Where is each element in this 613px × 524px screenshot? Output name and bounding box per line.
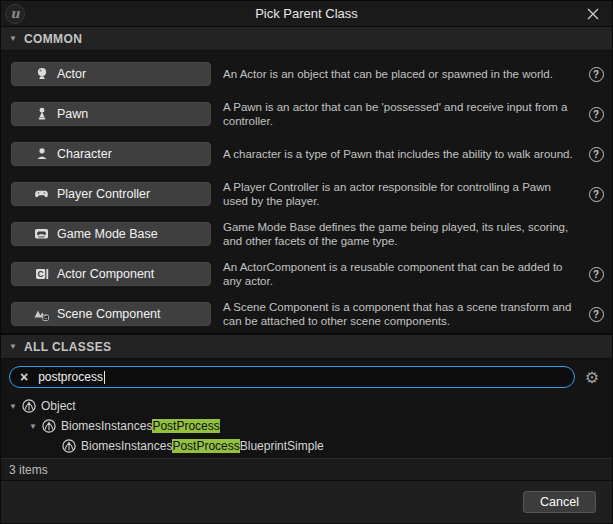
footer: Cancel	[1, 480, 612, 523]
class-button-label: Character	[57, 147, 112, 161]
tree-row[interactable]: BiomesInstancesPostProcessBlueprintSimpl…	[1, 436, 612, 456]
game-mode-base-button[interactable]: Game Mode Base	[11, 222, 211, 246]
class-description: A Scene Component is a component that ha…	[223, 300, 574, 328]
tree-item-label: Object	[41, 399, 76, 413]
class-button-label: Pawn	[57, 107, 88, 121]
class-icon	[41, 418, 57, 434]
chevron-down-icon: ▼	[9, 342, 17, 351]
character-icon	[33, 146, 50, 163]
search-value: postprocess	[38, 370, 103, 384]
scene-component-button[interactable]: CScene Component	[11, 302, 211, 326]
search-match-highlight: PostProcess	[152, 419, 219, 433]
chevron-down-icon: ▼	[9, 34, 17, 43]
common-class-row: CharacterA character is a type of Pawn t…	[1, 134, 612, 174]
pawn-button[interactable]: Pawn	[11, 102, 211, 126]
player-controller-icon	[33, 186, 50, 203]
help-cell: ?	[580, 147, 612, 162]
class-description: Game Mode Base defines the game being pl…	[223, 220, 574, 248]
help-cell: ?	[580, 307, 612, 322]
character-button[interactable]: Character	[11, 142, 211, 166]
scene-component-icon: C	[33, 306, 50, 323]
help-icon[interactable]: ?	[589, 187, 604, 202]
common-class-row: CScene ComponentA Scene Component is a c…	[1, 294, 612, 334]
class-button-label: Actor	[57, 67, 86, 81]
common-section-title: COMMON	[24, 32, 82, 46]
common-class-list: ActorAn Actor is an object that can be p…	[1, 51, 612, 333]
unreal-logo-icon: u	[5, 4, 25, 24]
item-count: 3 items	[9, 463, 48, 477]
help-cell: ?	[580, 187, 612, 202]
help-cell: ?	[580, 267, 612, 282]
close-icon[interactable]	[584, 5, 602, 23]
svg-text:C: C	[37, 269, 43, 279]
help-icon[interactable]: ?	[589, 147, 604, 162]
class-icon	[21, 398, 37, 414]
class-button-label: Actor Component	[57, 267, 154, 281]
common-class-row: CActor ComponentAn ActorComponent is a r…	[1, 254, 612, 294]
tree-row[interactable]: ▼Object	[1, 396, 612, 416]
label-text: Object	[41, 399, 76, 413]
class-description: An ActorComponent is a reusable componen…	[223, 260, 574, 288]
common-section-header[interactable]: ▼ COMMON	[1, 27, 612, 51]
common-class-row: ActorAn Actor is an object that can be p…	[1, 54, 612, 94]
class-description: A character is a type of Pawn that inclu…	[223, 147, 574, 161]
actor-component-button[interactable]: CActor Component	[11, 262, 211, 286]
class-tree: ▼Object▼BiomesInstancesPostProcessBiomes…	[1, 395, 612, 458]
clear-search-icon[interactable]: ×	[20, 370, 28, 384]
class-description: A Player Controller is an actor responsi…	[223, 180, 574, 208]
class-description: An Actor is an object that can be placed…	[223, 67, 574, 81]
tree-row[interactable]: ▼BiomesInstancesPostProcess	[1, 416, 612, 436]
class-button-label: Game Mode Base	[57, 227, 158, 241]
class-description: A Pawn is an actor that can be 'possesse…	[223, 100, 574, 128]
tree-item-label: BiomesInstancesPostProcess	[61, 419, 220, 433]
actor-button[interactable]: Actor	[11, 62, 211, 86]
label-text: BiomesInstances	[81, 439, 172, 453]
class-button-label: Player Controller	[57, 187, 150, 201]
search-match-highlight: PostProcess	[172, 439, 239, 453]
player-controller-button[interactable]: Player Controller	[11, 182, 211, 206]
titlebar: u Pick Parent Class	[1, 1, 612, 27]
all-classes-section-header[interactable]: ▼ ALL CLASSES	[1, 335, 612, 359]
expander-chevron-down-icon[interactable]: ▼	[7, 402, 19, 411]
search-input[interactable]: × postprocess	[9, 366, 575, 388]
label-text: BiomesInstances	[61, 419, 152, 433]
actor-icon	[33, 66, 50, 83]
common-class-row: PawnA Pawn is an actor that can be 'poss…	[1, 94, 612, 134]
label-text: BlueprintSimple	[240, 439, 324, 453]
pick-parent-class-dialog: u Pick Parent Class ▼ COMMON ActorAn Act…	[0, 0, 613, 524]
actor-component-icon: C	[33, 266, 50, 283]
all-classes-section-title: ALL CLASSES	[24, 340, 112, 354]
dialog-title: Pick Parent Class	[1, 6, 612, 21]
class-button-label: Scene Component	[57, 307, 161, 321]
help-cell: ?	[580, 107, 612, 122]
help-icon[interactable]: ?	[589, 307, 604, 322]
help-cell: ?	[580, 67, 612, 82]
help-icon[interactable]: ?	[589, 107, 604, 122]
help-icon[interactable]: ?	[589, 267, 604, 282]
text-caret	[104, 371, 105, 384]
pawn-icon	[33, 106, 50, 123]
game-mode-icon	[33, 226, 50, 243]
common-class-row: Game Mode BaseGame Mode Base defines the…	[1, 214, 612, 254]
tree-item-label: BiomesInstancesPostProcessBlueprintSimpl…	[81, 439, 324, 453]
cancel-button[interactable]: Cancel	[523, 491, 596, 513]
status-bar: 3 items	[1, 458, 612, 480]
expander-chevron-down-icon[interactable]: ▼	[27, 422, 39, 431]
common-class-row: Player ControllerA Player Controller is …	[1, 174, 612, 214]
help-icon[interactable]: ?	[589, 67, 604, 82]
gear-icon[interactable]: ⚙	[580, 368, 604, 387]
svg-text:C: C	[44, 315, 48, 320]
search-row: × postprocess ⚙	[1, 359, 612, 395]
class-icon	[61, 438, 77, 454]
